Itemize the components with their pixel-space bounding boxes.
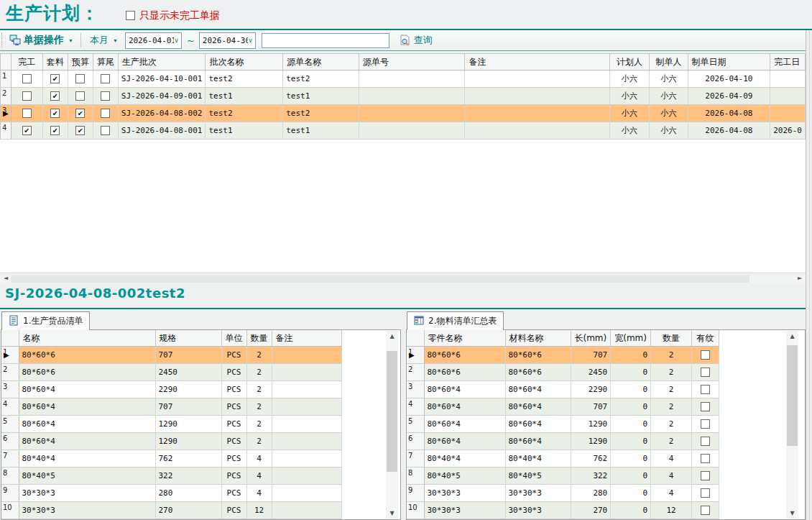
table-row[interactable]: 280*60*680*60*6245002	[407, 364, 719, 381]
cell[interactable]: 762	[155, 450, 221, 467]
scroll-right-button[interactable]: ►	[795, 274, 805, 283]
column-header[interactable]: 零件名称	[424, 330, 505, 347]
cell[interactable]	[359, 88, 465, 105]
cell[interactable]: SJ-2026-04-10-001	[118, 70, 206, 88]
cell[interactable]: 80*40*4	[424, 450, 505, 467]
checkbox[interactable]	[75, 91, 85, 101]
table-row[interactable]: 480*60*4707PCS2	[1, 398, 341, 416]
cell[interactable]: 2	[246, 433, 272, 450]
cell[interactable]: 80*60*6	[424, 364, 505, 381]
cell[interactable]	[692, 398, 719, 416]
cell[interactable]: 小六	[650, 105, 688, 122]
cell[interactable]	[42, 70, 68, 88]
cell[interactable]: 2290	[155, 381, 221, 398]
cell[interactable]: 80*60*6	[505, 347, 571, 364]
vertical-scrollbar[interactable]: ▲ ▼	[386, 331, 398, 519]
column-header[interactable]: 材料名称	[505, 330, 571, 347]
cell[interactable]	[692, 364, 719, 381]
checkbox[interactable]	[101, 91, 110, 101]
cell[interactable]: test2	[283, 70, 359, 88]
row-number[interactable]: 10	[407, 502, 424, 519]
cell[interactable]: 0	[611, 381, 651, 398]
cell[interactable]	[692, 416, 719, 433]
cell[interactable]: 30*30*3	[505, 502, 571, 519]
checkbox[interactable]	[22, 109, 32, 118]
column-header[interactable]: 完工	[11, 54, 42, 70]
cell[interactable]: 小六	[609, 122, 649, 140]
cell[interactable]: SJ-2026-04-08-002	[118, 105, 206, 122]
checkbox[interactable]	[50, 74, 60, 83]
cell[interactable]	[272, 450, 341, 467]
cell[interactable]: 0	[611, 416, 651, 433]
cell[interactable]: 2	[651, 364, 692, 381]
row-number[interactable]: 4	[1, 398, 19, 416]
table-row[interactable]: 680*60*41290PCS2	[1, 433, 341, 450]
scroll-thumb[interactable]	[387, 351, 397, 472]
cell[interactable]: 280	[571, 485, 611, 502]
cell[interactable]	[93, 70, 118, 88]
tab-material-summary-list[interactable]: 2.物料清单汇总表	[407, 311, 504, 330]
table-row[interactable]: 780*40*480*40*476204	[407, 450, 719, 467]
cell[interactable]	[272, 398, 341, 416]
cell[interactable]: 2	[651, 381, 692, 398]
cell[interactable]	[465, 122, 610, 140]
cell[interactable]	[272, 364, 341, 381]
row-number[interactable]: 3	[1, 381, 19, 398]
cell[interactable]: PCS	[221, 485, 246, 502]
cell[interactable]: test1	[206, 88, 283, 105]
column-header[interactable]: 算尾	[93, 54, 118, 70]
cell[interactable]	[770, 70, 806, 88]
row-number[interactable]: 3	[407, 381, 424, 398]
cell[interactable]: 80*40*5	[505, 467, 571, 485]
column-header[interactable]: 长(mm)	[571, 330, 611, 347]
cell[interactable]: PCS	[221, 467, 246, 485]
checkbox[interactable]	[22, 126, 32, 135]
cell[interactable]: SJ-2026-04-09-001	[118, 88, 206, 105]
checkbox[interactable]	[701, 368, 710, 377]
date-from-select[interactable]: 2026-04-01 ∨	[125, 32, 182, 49]
cell[interactable]: PCS	[221, 381, 246, 398]
column-header[interactable]: 源单名称	[283, 54, 359, 70]
cell[interactable]: 1290	[571, 433, 611, 450]
cell[interactable]	[692, 485, 719, 502]
cell[interactable]: 80*60*4	[505, 381, 571, 398]
cell[interactable]: 2450	[155, 364, 221, 381]
column-header[interactable]: 有纹	[692, 330, 719, 347]
cell[interactable]: 80*60*4	[424, 416, 505, 433]
cell[interactable]: PCS	[221, 398, 246, 416]
checkbox[interactable]	[50, 126, 60, 135]
cell[interactable]: test2	[206, 70, 283, 88]
cell[interactable]	[692, 502, 719, 519]
row-number[interactable]: 5	[407, 416, 424, 433]
column-header[interactable]: 套料	[42, 54, 68, 70]
table-row[interactable]: 380*60*480*60*4229002	[407, 381, 719, 398]
checkbox[interactable]	[50, 109, 60, 118]
row-number[interactable]: 7	[407, 450, 424, 467]
cell[interactable]: 80*40*5	[19, 467, 155, 485]
cell[interactable]: 2	[651, 398, 692, 416]
cell[interactable]: 707	[571, 398, 611, 416]
cell[interactable]: PCS	[221, 416, 246, 433]
cell[interactable]	[42, 105, 68, 122]
cell[interactable]	[692, 381, 719, 398]
table-row[interactable]: 580*60*41290PCS2	[1, 416, 341, 433]
cell[interactable]	[770, 105, 806, 122]
date-to-select[interactable]: 2026-04-30 ∨	[199, 32, 256, 49]
cell[interactable]	[465, 105, 610, 122]
cell[interactable]: 2	[651, 347, 692, 364]
cell[interactable]: 0	[611, 364, 651, 381]
cell[interactable]: 80*60*4	[505, 398, 571, 416]
table-row[interactable]: 4SJ-2026-04-08-001test1test1小六小六2026-04-…	[1, 122, 806, 140]
column-header[interactable]: 名称	[19, 330, 155, 347]
cell[interactable]: 80*60*4	[424, 433, 505, 450]
cell[interactable]: 2	[651, 433, 692, 450]
scroll-down-button[interactable]: ▼	[786, 508, 798, 519]
cell[interactable]: 4	[651, 485, 692, 502]
cell[interactable]: 80*40*5	[424, 467, 505, 485]
cell[interactable]: 0	[611, 502, 651, 519]
row-number[interactable]: 4	[1, 122, 11, 140]
table-row[interactable]: 680*60*480*60*4129002	[407, 433, 719, 450]
cell[interactable]: test1	[206, 122, 283, 140]
cell[interactable]: 2450	[571, 364, 611, 381]
cell[interactable]	[68, 88, 93, 105]
